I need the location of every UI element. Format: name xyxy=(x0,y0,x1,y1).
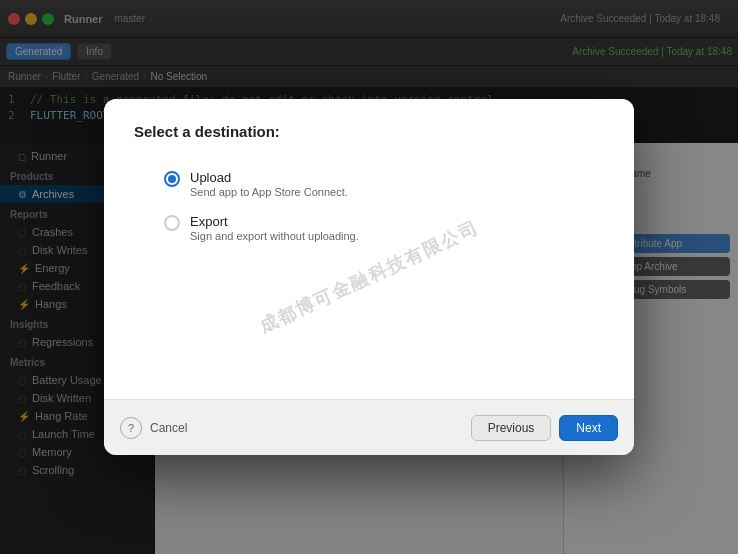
upload-option[interactable]: Upload Send app to App Store Connect. xyxy=(164,170,574,198)
next-button[interactable]: Next xyxy=(559,415,618,441)
help-button[interactable]: ? xyxy=(120,417,142,439)
footer-button-group: Previous Next xyxy=(471,415,618,441)
modal-overlay: Select a destination: Upload Send app to… xyxy=(0,0,738,554)
upload-option-text: Upload Send app to App Store Connect. xyxy=(190,170,348,198)
export-radio[interactable] xyxy=(164,215,180,231)
upload-radio[interactable] xyxy=(164,171,180,187)
dialog-options: Upload Send app to App Store Connect. Ex… xyxy=(134,160,604,252)
dialog-content: Select a destination: Upload Send app to… xyxy=(104,99,634,399)
export-description: Sign and export without uploading. xyxy=(190,230,359,242)
export-option-text: Export Sign and export without uploading… xyxy=(190,214,359,242)
upload-description: Send app to App Store Connect. xyxy=(190,186,348,198)
upload-radio-inner xyxy=(168,175,176,183)
export-option[interactable]: Export Sign and export without uploading… xyxy=(164,214,574,242)
cancel-button[interactable]: Cancel xyxy=(150,421,187,435)
dialog-footer: ? Cancel Previous Next xyxy=(104,399,634,455)
dialog-title: Select a destination: xyxy=(134,123,604,140)
export-label: Export xyxy=(190,214,359,229)
destination-dialog: Select a destination: Upload Send app to… xyxy=(104,99,634,455)
previous-button[interactable]: Previous xyxy=(471,415,552,441)
upload-label: Upload xyxy=(190,170,348,185)
